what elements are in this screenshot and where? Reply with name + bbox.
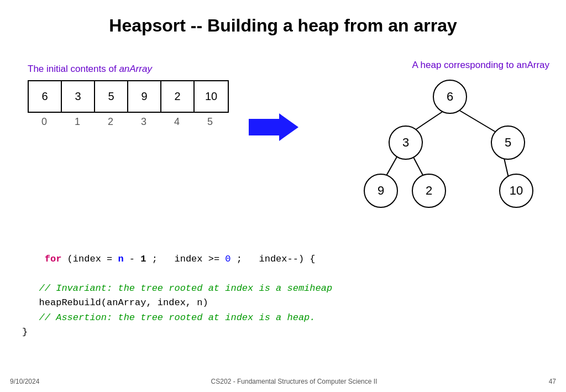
- array-index-1: 1: [61, 116, 94, 128]
- svg-text:3: 3: [402, 135, 409, 149]
- array-cell-2: 5: [95, 81, 128, 112]
- array-index-0: 0: [28, 116, 61, 128]
- arrow-icon: [249, 111, 298, 146]
- array-cell-4: 2: [161, 81, 195, 112]
- svg-text:2: 2: [426, 184, 432, 197]
- array-cell-3: 9: [128, 81, 161, 112]
- keyword-for: for: [45, 254, 62, 264]
- array-index-2: 2: [94, 116, 127, 128]
- footer: 9/10/2024 CS202 - Fundamental Structures…: [0, 378, 566, 385]
- array-container: 6 3 5 9 2 10 0 1 2 3 4 5: [28, 80, 229, 128]
- footer-date: 9/10/2024: [10, 378, 39, 385]
- tree-diagram: 6 3 5 9 2 10: [345, 66, 555, 232]
- left-label-text: The initial contents of: [28, 64, 119, 74]
- svg-text:10: 10: [510, 184, 523, 197]
- svg-text:6: 6: [447, 90, 453, 103]
- code-line-4: // Assertion: the tree rooted at index i…: [22, 311, 332, 325]
- page-title: Heapsort -- Building a heap from an arra…: [0, 0, 566, 36]
- code-line-3: heapRebuild(anArray, index, n): [22, 296, 332, 310]
- svg-marker-0: [249, 113, 298, 141]
- array-indices: 0 1 2 3 4 5: [28, 116, 229, 128]
- left-label: The initial contents of anArray: [28, 64, 152, 75]
- code-line-5: }: [22, 325, 332, 339]
- keyword-n: n: [118, 254, 123, 264]
- svg-text:9: 9: [378, 184, 384, 197]
- svg-line-2: [453, 107, 500, 134]
- footer-page: 47: [549, 378, 556, 385]
- footer-course: CS202 - Fundamental Structures of Comput…: [211, 378, 378, 385]
- code-text: ; index--) {: [231, 254, 316, 264]
- code-line-1: for (index = n - 1 ; index >= 0 ; index-…: [22, 238, 332, 281]
- array-index-3: 3: [127, 116, 160, 128]
- code-section: for (index = n - 1 ; index >= 0 ; index-…: [22, 238, 332, 339]
- code-text: ; index >=: [146, 254, 225, 264]
- left-label-italic: anArray: [119, 64, 152, 74]
- array-cell-5: 10: [195, 81, 228, 112]
- array-index-4: 4: [160, 116, 193, 128]
- array-index-5: 5: [193, 116, 227, 128]
- array-cells: 6 3 5 9 2 10: [28, 80, 229, 113]
- code-text: (index =: [61, 254, 118, 264]
- svg-text:5: 5: [505, 135, 511, 149]
- code-line-2: // Invariant: the tree rooted at index i…: [22, 281, 332, 296]
- code-text: -: [124, 254, 141, 264]
- array-cell-1: 3: [62, 81, 95, 112]
- keyword-0: 0: [225, 254, 230, 264]
- keyword-1: 1: [140, 254, 146, 264]
- array-cell-0: 6: [29, 81, 62, 112]
